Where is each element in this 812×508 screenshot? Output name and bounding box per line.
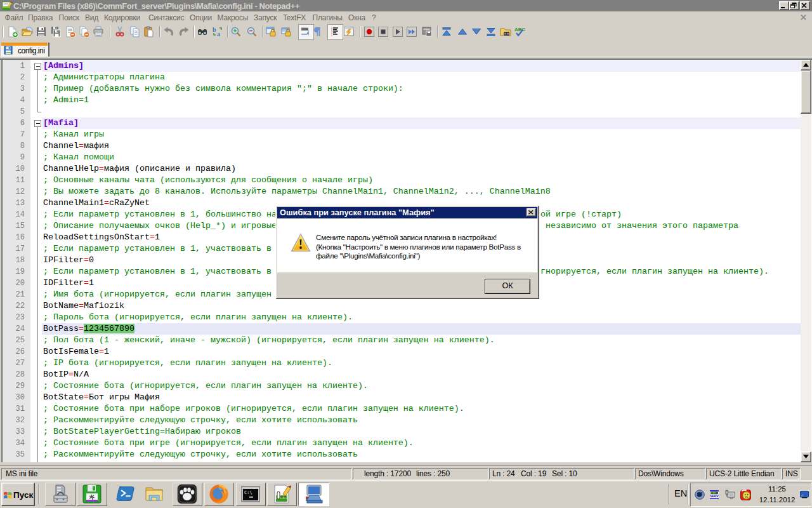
svg-text:b: b	[213, 26, 216, 33]
svg-text:C:\: C:\	[244, 490, 252, 495]
svg-text:a: a	[217, 30, 220, 37]
svg-text:SERV: SERV	[710, 494, 719, 498]
svg-text:ABC: ABC	[514, 27, 525, 32]
